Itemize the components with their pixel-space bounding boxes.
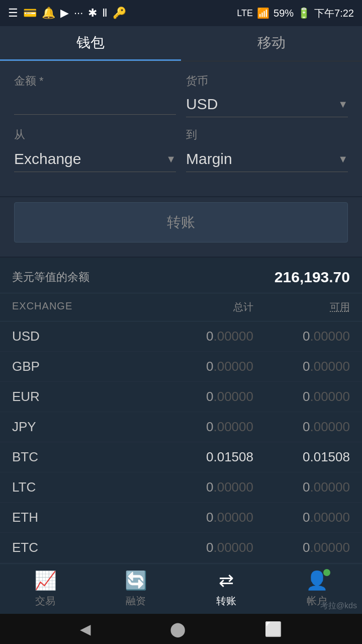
transfer-icon: ⇄	[219, 570, 234, 591]
currency-name: ETH	[12, 510, 157, 525]
nav-label-trade: 交易	[35, 594, 55, 608]
play-icon: ▶	[60, 7, 69, 20]
from-value: Exchange	[14, 150, 81, 168]
balance-value: 216,193.70	[275, 269, 350, 286]
currency-total: 0.00000	[157, 389, 253, 405]
table-header: EXCHANGE 总计 可用	[0, 293, 362, 321]
nfc-icon: Ⅱ	[102, 7, 108, 20]
table-row: JPY0.000000.00000	[0, 412, 362, 442]
trade-icon: 📈	[34, 570, 57, 591]
to-group: 到 Margin ▼	[186, 127, 348, 172]
signal-bars: 📶	[257, 7, 269, 19]
currency-value: USD	[186, 96, 218, 113]
amount-input[interactable]	[14, 93, 176, 115]
transfer-button-area: 转账	[0, 197, 362, 258]
table-row: EUR0.000000.00000	[0, 382, 362, 412]
to-arrow-icon: ▼	[338, 153, 348, 165]
currency-select[interactable]: USD ▼	[186, 92, 348, 117]
from-arrow-icon: ▼	[166, 153, 176, 165]
currency-name: LTC	[12, 479, 157, 495]
wallet-icon: 💳	[23, 7, 37, 20]
table-row: LTC0.000000.00000	[0, 472, 362, 503]
nav-label-finance: 融资	[126, 594, 146, 608]
more-icon: ···	[74, 7, 83, 20]
from-select[interactable]: Exchange ▼	[14, 146, 176, 172]
currency-arrow-icon: ▼	[338, 99, 348, 110]
tab-wallet[interactable]: 钱包	[0, 26, 181, 61]
th-exchange: EXCHANGE	[12, 300, 157, 314]
balance-section: 美元等值的余额 216,193.70	[0, 258, 362, 293]
currency-available: 0.00000	[253, 329, 350, 344]
currency-available: 0.00000	[253, 359, 350, 374]
battery-icon: 🔋	[298, 7, 310, 19]
currency-name: GBP	[12, 359, 157, 374]
currency-total: 0.00000	[157, 479, 253, 495]
table-row: ETH0.000000.00000	[0, 503, 362, 533]
status-bar: ☰ 💳 🔔 ▶ ··· ✱ Ⅱ 🔑 LTE 📶 59% 🔋 下午7:22	[0, 0, 362, 26]
currency-name: ETC	[12, 540, 157, 555]
currency-total: 0.00000	[157, 540, 253, 555]
account-avatar-container: 👤	[306, 570, 328, 591]
time-display: 下午7:22	[314, 7, 354, 20]
system-nav-bar: ◀ ⬤ ⬜	[0, 614, 362, 644]
amount-group: 金额 *	[14, 73, 176, 117]
form-row-from-to: 从 Exchange ▼ 到 Margin ▼	[14, 127, 348, 172]
nav-label-transfer: 转账	[216, 594, 236, 608]
amount-label: 金额 *	[14, 73, 176, 89]
currency-name: BTC	[12, 449, 157, 465]
table-row: USD0.000000.00000	[0, 321, 362, 352]
bottom-nav: 📈 交易 🔄 融资 ⇄ 转账 👤 帐户	[0, 564, 362, 614]
menu-icon: ☰	[8, 7, 18, 20]
table-row: BTC0.015080.01508	[0, 442, 362, 472]
nav-item-transfer[interactable]: ⇄ 转账	[181, 570, 272, 608]
currency-total: 0.01508	[157, 449, 253, 465]
currency-name: USD	[12, 329, 157, 344]
currency-available: 0.00000	[253, 389, 350, 405]
battery-percent: 59%	[274, 8, 294, 19]
status-left-icons: ☰ 💳 🔔 ▶ ··· ✱ Ⅱ 🔑	[8, 7, 126, 20]
currency-total: 0.00000	[157, 359, 253, 374]
table-row: ETC0.000000.00000	[0, 533, 362, 563]
currency-total: 0.00000	[157, 510, 253, 525]
from-label: 从	[14, 127, 176, 142]
tab-move[interactable]: 移动	[181, 26, 362, 61]
to-value: Margin	[186, 150, 232, 168]
bell-icon: 🔔	[42, 7, 55, 20]
currency-available: 0.00000	[253, 419, 350, 435]
recent-button[interactable]: ⬜	[264, 621, 282, 637]
finance-icon: 🔄	[125, 570, 147, 591]
nav-item-trade[interactable]: 📈 交易	[0, 570, 90, 608]
bluetooth-icon: ✱	[88, 7, 97, 20]
th-total: 总计	[157, 300, 253, 314]
currency-available: 0.01508	[253, 449, 350, 465]
currency-total: 0.00000	[157, 419, 253, 435]
to-label: 到	[186, 127, 348, 142]
currency-total: 0.00000	[157, 329, 253, 344]
currency-label: 货币	[186, 73, 348, 89]
key-icon: 🔑	[113, 7, 126, 20]
to-select[interactable]: Margin ▼	[186, 146, 348, 172]
home-button[interactable]: ⬤	[170, 621, 186, 637]
lte-icon: LTE	[237, 8, 253, 19]
transfer-form: 金额 * 货币 USD ▼ 从 Exchange ▼ 到 Margin ▼	[0, 61, 362, 197]
currency-group: 货币 USD ▼	[186, 73, 348, 117]
transfer-button[interactable]: 转账	[14, 202, 348, 243]
watermark: 考拉@kds	[320, 601, 357, 611]
currency-name: JPY	[12, 419, 157, 435]
status-right-info: LTE 📶 59% 🔋 下午7:22	[237, 7, 354, 20]
table-row: GBP0.000000.00000	[0, 352, 362, 382]
th-available: 可用	[253, 300, 350, 314]
form-row-amount-currency: 金额 * 货币 USD ▼	[14, 73, 348, 117]
back-button[interactable]: ◀	[80, 621, 91, 637]
balance-label: 美元等值的余额	[12, 270, 89, 285]
online-indicator	[323, 569, 330, 576]
currency-available: 0.00000	[253, 479, 350, 495]
currency-available: 0.00000	[253, 510, 350, 525]
from-group: 从 Exchange ▼	[14, 127, 176, 172]
currency-available: 0.00000	[253, 540, 350, 555]
currency-name: EUR	[12, 389, 157, 405]
top-tab-bar: 钱包 移动	[0, 26, 362, 61]
nav-item-finance[interactable]: 🔄 融资	[90, 570, 181, 608]
